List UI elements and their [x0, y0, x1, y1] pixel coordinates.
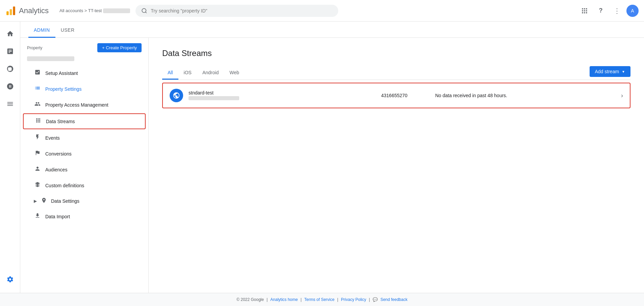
nav-item-audiences[interactable]: Audiences: [20, 162, 148, 177]
left-nav-panel: ‹ Property + Create Property Setup Assis…: [20, 38, 149, 293]
svg-line-4: [146, 12, 147, 13]
nav-item-data-streams[interactable]: Data Streams: [23, 113, 146, 129]
feedback-icon: 💬: [373, 297, 378, 302]
svg-rect-5: [582, 8, 583, 9]
sidebar-nav-home[interactable]: [2, 26, 18, 42]
nav-item-property-settings[interactable]: Property Settings: [20, 81, 148, 97]
logo: Analytics: [5, 5, 49, 16]
main-layout: ADMIN USER ‹ Property + Create Property: [0, 22, 644, 293]
svg-rect-8: [582, 10, 583, 11]
apps-grid-icon: [581, 7, 588, 14]
sidebar-nav-advertising[interactable]: [2, 78, 18, 94]
svg-rect-11: [582, 12, 583, 13]
property-name-blurred: [27, 56, 74, 61]
sidebar-nav-admin-settings[interactable]: [2, 271, 18, 287]
stream-info: stndard-test: [189, 90, 374, 101]
svg-point-3: [142, 8, 146, 12]
page-title: Data Streams: [162, 49, 630, 58]
filter-tabs-bar: All iOS Android Web Add stream ▼: [162, 66, 630, 80]
nav-item-data-streams-label: Data Streams: [46, 119, 75, 124]
nav-item-custom-definitions[interactable]: Custom definitions: [20, 177, 148, 193]
filter-tab-web[interactable]: Web: [224, 66, 245, 80]
account-breadcrumb: All accounts > TT-test: [59, 8, 130, 13]
nav-item-data-settings-label: Data Settings: [51, 198, 79, 204]
more-options-button[interactable]: ⋮: [610, 4, 624, 18]
data-settings-expand-arrow: ▶: [34, 199, 37, 203]
app-title: Analytics: [19, 6, 49, 15]
stream-row-chevron: ›: [621, 92, 623, 99]
sidebar-nav-configure[interactable]: [2, 96, 18, 112]
sidebar-nav-explore[interactable]: [2, 61, 18, 77]
filter-tab-android[interactable]: Android: [197, 66, 224, 80]
stream-row[interactable]: stndard-test 4316655270 No data received…: [162, 83, 630, 108]
create-property-button[interactable]: + Create Property: [97, 43, 142, 52]
setup-assistant-icon: [34, 69, 41, 77]
nav-item-property-access-management[interactable]: Property Access Management: [20, 97, 148, 113]
data-streams-icon: [34, 117, 42, 125]
stream-url-blurred: [189, 96, 239, 100]
footer-link-feedback[interactable]: Send feedback: [380, 297, 407, 302]
apps-button[interactable]: [578, 4, 591, 18]
footer-copyright: © 2022 Google: [237, 297, 264, 302]
stream-type-icon: [170, 89, 183, 102]
main-content: Data Streams All iOS Android Web Add str…: [149, 38, 644, 293]
topbar: Analytics All accounts > TT-test ? ⋮ A: [0, 0, 644, 22]
help-button[interactable]: ?: [594, 4, 608, 18]
streams-list: stndard-test 4316655270 No data received…: [162, 83, 630, 108]
sidebar-nav-reports[interactable]: [2, 43, 18, 59]
svg-rect-7: [586, 8, 587, 9]
nav-item-custom-definitions-label: Custom definitions: [45, 183, 84, 188]
events-icon: [34, 134, 41, 142]
filter-tab-all[interactable]: All: [162, 66, 178, 80]
stream-id: 4316655270: [374, 93, 435, 98]
search-bar[interactable]: [135, 5, 338, 17]
add-stream-label: Add stream: [595, 69, 619, 74]
footer: © 2022 Google | Analytics home | Terms o…: [0, 293, 644, 306]
footer-link-privacy[interactable]: Privacy Policy: [341, 297, 366, 302]
property-label: Property: [27, 46, 42, 50]
svg-rect-2: [13, 6, 15, 15]
svg-rect-12: [584, 12, 585, 13]
nav-item-setup-assistant[interactable]: Setup Assistant: [20, 65, 148, 81]
property-access-icon: [34, 101, 41, 109]
analytics-logo-icon: [5, 5, 16, 16]
nav-item-data-settings[interactable]: ▶ Data Settings: [20, 193, 148, 208]
body-split: ‹ Property + Create Property Setup Assis…: [20, 38, 644, 293]
nav-item-conversions-label: Conversions: [45, 151, 72, 157]
filter-tabs-left: All iOS Android Web: [162, 66, 245, 79]
custom-definitions-icon: [34, 182, 41, 189]
data-import-icon: [34, 213, 41, 220]
nav-item-property-access-label: Property Access Management: [45, 102, 108, 108]
stream-status: No data received in past 48 hours.: [435, 93, 621, 98]
content-area: ADMIN USER ‹ Property + Create Property: [20, 22, 644, 293]
footer-link-terms[interactable]: Terms of Service: [304, 297, 335, 302]
account-name-blurred: [103, 8, 130, 13]
svg-rect-9: [584, 10, 585, 11]
nav-item-setup-assistant-label: Setup Assistant: [45, 71, 78, 76]
topbar-right-actions: ? ⋮ A: [578, 4, 639, 18]
search-icon: [141, 8, 147, 14]
property-settings-icon: [34, 85, 41, 93]
nav-item-data-import[interactable]: Data Import: [20, 208, 148, 224]
tab-admin[interactable]: ADMIN: [28, 23, 55, 38]
data-settings-icon: [41, 197, 47, 204]
conversions-icon: [34, 150, 41, 158]
account-path-text: All accounts > TT-test: [59, 8, 102, 13]
svg-rect-1: [10, 9, 12, 15]
user-avatar[interactable]: A: [626, 5, 639, 17]
svg-rect-0: [6, 11, 8, 15]
nav-item-events-label: Events: [45, 135, 60, 141]
add-stream-dropdown-arrow: ▼: [622, 70, 625, 74]
filter-tab-ios[interactable]: iOS: [178, 66, 197, 80]
add-stream-button[interactable]: Add stream ▼: [590, 66, 631, 77]
nav-item-events[interactable]: Events: [20, 130, 148, 146]
search-input[interactable]: [151, 8, 332, 13]
left-nav-header: Property + Create Property: [20, 38, 148, 55]
nav-item-conversions[interactable]: Conversions: [20, 146, 148, 162]
footer-link-analytics-home[interactable]: Analytics home: [270, 297, 298, 302]
tab-user[interactable]: USER: [55, 23, 80, 38]
svg-rect-13: [586, 12, 587, 13]
nav-item-data-import-label: Data Import: [45, 214, 70, 219]
audiences-icon: [34, 166, 41, 173]
stream-name: stndard-test: [189, 90, 374, 95]
